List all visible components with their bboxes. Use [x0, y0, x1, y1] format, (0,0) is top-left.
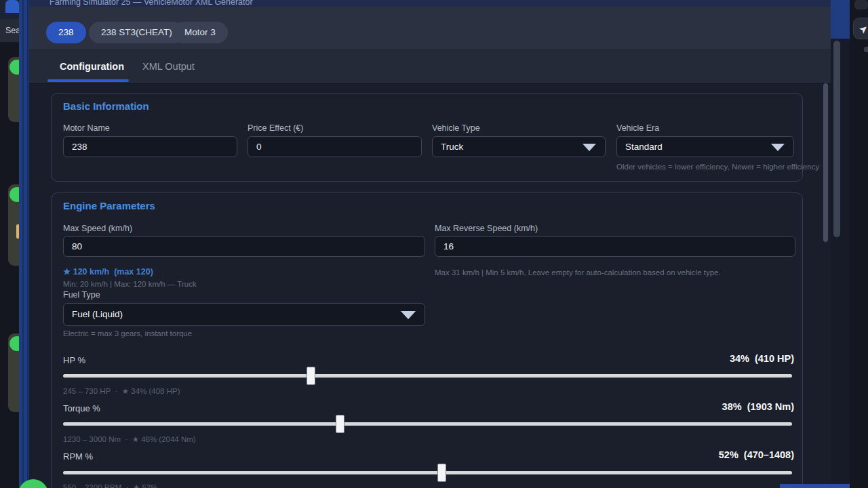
hp-range-note: 245 – 730 HP · ★ 34% (408 HP): [63, 386, 180, 396]
engine-parameters-card: Engine Parameters Max Speed (km/h) 80 Ma…: [51, 192, 803, 488]
vehicle-type-value: Truck: [441, 142, 463, 152]
dropdown-arrow-icon: [401, 311, 416, 319]
background-blue-tab: [5, 0, 19, 13]
engine-parameters-heading: Engine Parameters: [63, 200, 155, 211]
fuel-type-select[interactable]: Fuel (Liquid): [63, 303, 425, 326]
vehicle-era-value: Standard: [625, 142, 663, 152]
basic-information-card: Basic Information Motor Name 238 Price E…: [51, 93, 803, 182]
max-speed-range-hint: Min: 20 km/h | Max: 120 km/h — Truck: [63, 280, 197, 288]
max-reverse-speed-label: Max Reverse Speed (km/h): [435, 224, 538, 233]
motor-tab-motor-3[interactable]: Motor 3: [172, 22, 228, 43]
window-frame-bottom: [780, 484, 850, 488]
max-speed-input[interactable]: 80: [63, 236, 425, 257]
vehicle-era-hint: Older vehicles = lower efficiency, Newer…: [616, 163, 819, 171]
configuration-panel: Basic Information Motor Name 238 Price E…: [29, 84, 831, 488]
fuel-type-value: Fuel (Liquid): [72, 309, 123, 319]
hp-percent-value: 34% (410 HP): [730, 353, 794, 364]
send-cursor-button[interactable]: ➤: [853, 18, 868, 39]
rpm-percent-label: RPM %: [63, 451, 93, 462]
send-cursor-icon: ➤: [856, 22, 868, 37]
price-effect-label: Price Effect (€): [248, 123, 303, 133]
vehicle-type-label: Vehicle Type: [432, 123, 480, 133]
hp-slider-thumb[interactable]: [307, 367, 315, 385]
torque-percent-label: Torque %: [63, 403, 100, 413]
rpm-percent-value: 52% (470–1408): [719, 449, 794, 460]
active-tab-indicator: [47, 79, 129, 82]
hp-percent-label: HP %: [63, 355, 85, 365]
fuel-type-hint: Electric = max 3 gears, instant torque: [63, 329, 192, 338]
title-bar[interactable]: Farming Simulator 25 — VehicleMotor XML …: [29, 0, 831, 7]
motor-tabs-bar: 238 238 ST3(CHEAT) Motor 3: [29, 7, 831, 49]
fuel-type-label: Fuel Type: [63, 290, 100, 300]
torque-range-note: 1230 – 3000 Nm · ★ 46% (2044 Nm): [63, 434, 196, 444]
motor-name-input[interactable]: 238: [63, 136, 237, 157]
max-speed-recommended-hint: ★ 120 km/h (max 120): [63, 266, 153, 277]
motor-tab-238[interactable]: 238: [46, 22, 86, 43]
tab-xml-output[interactable]: XML Output: [142, 61, 195, 72]
vehicle-era-select[interactable]: Standard: [616, 136, 794, 157]
frame-divider: [27, 0, 28, 488]
rpm-range-note: 550 – 2200 RPM · ★ 52%: [63, 483, 157, 488]
background-dot: [864, 47, 868, 52]
dropdown-arrow-icon: [771, 144, 785, 151]
background-right-panel: [850, 0, 868, 488]
content-scrollbar[interactable]: [823, 83, 828, 242]
background-search-input[interactable]: Sea: [0, 19, 19, 42]
torque-percent-slider[interactable]: [63, 422, 792, 426]
price-effect-input[interactable]: 0: [248, 136, 422, 157]
dropdown-arrow-icon: [583, 144, 596, 151]
hp-percent-slider[interactable]: [63, 374, 792, 378]
vehicle-era-label: Vehicle Era: [616, 123, 659, 133]
window-scrollbar[interactable]: [833, 41, 840, 237]
frame-divider: [22, 0, 24, 488]
torque-percent-value: 38% (1903 Nm): [722, 401, 794, 412]
window-frame-top-right: [831, 0, 850, 39]
background-right-tab: [854, 0, 868, 9]
basic-information-heading: Basic Information: [63, 100, 149, 112]
max-reverse-speed-hint: Max 31 km/h | Min 5 km/h. Leave empty fo…: [435, 268, 721, 277]
view-tabs-bar: Configuration XML Output: [29, 49, 831, 84]
torque-slider-thumb[interactable]: [336, 415, 344, 433]
screen: Sea Farming Simulator 25 — VehicleMotor …: [0, 0, 868, 488]
rpm-percent-slider[interactable]: [63, 471, 792, 474]
vehicle-type-select[interactable]: Truck: [432, 136, 606, 157]
motor-tab-238-st3-cheat[interactable]: 238 ST3(CHEAT): [89, 22, 184, 43]
rpm-slider-thumb[interactable]: [437, 464, 446, 482]
tab-configuration[interactable]: Configuration: [60, 61, 124, 72]
window-title: Farming Simulator 25 — VehicleMotor XML …: [50, 0, 253, 7]
max-reverse-speed-input[interactable]: 16: [435, 236, 795, 257]
motor-name-label: Motor Name: [63, 123, 110, 133]
max-speed-label: Max Speed (km/h): [63, 224, 132, 233]
